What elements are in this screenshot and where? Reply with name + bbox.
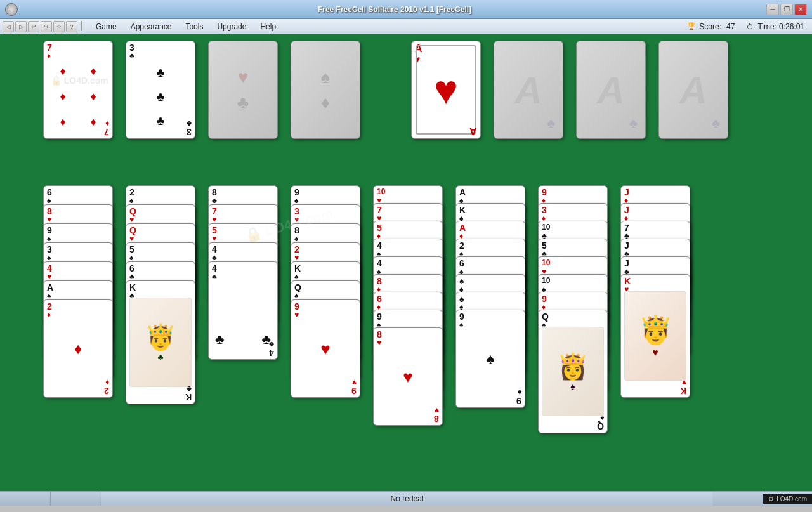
king-clubs: 🤴 ♣ — [129, 298, 192, 387]
toolbar-undo[interactable]: ↩ — [28, 21, 39, 32]
app-icon — [5, 3, 18, 16]
card-col1-5[interactable]: K ♣ 🤴 ♣ K ♣ — [126, 280, 195, 404]
window-controls: ─ ❐ ✕ — [766, 4, 807, 15]
freecell-1[interactable]: 3 ♣ ♣ ♣ ♣ 3 ♣ — [126, 41, 195, 139]
toolbar-forward[interactable]: ▷ — [15, 21, 27, 32]
menu-items: Game Appearance Tools Upgrade Help — [89, 21, 686, 32]
game-area[interactable]: 7 ♦ ♦ ♦ ♦ ♦ ♦ ♦ 7 ♦ 🔒 LO4D.com 3 ♣ ♣ ♣ ♣… — [0, 34, 812, 491]
restore-button[interactable]: ❐ — [780, 4, 793, 15]
menu-help[interactable]: Help — [254, 21, 282, 32]
lo4d-branding: ⚙ LO4D.com — [763, 494, 812, 504]
king-hearts: 🤴 ♥ — [624, 291, 686, 381]
score-icon: 🏆 — [686, 22, 697, 32]
status-text: No redeal — [102, 494, 712, 503]
foundation-3[interactable]: A ♣ — [658, 41, 728, 139]
time-icon: ⏱ — [745, 22, 755, 32]
queen-spades-2: 👸 ♠ — [542, 327, 604, 416]
menubar: ◁ ▷ ↩ ↪ ☆ ? Game Appearance Tools Upgrad… — [0, 19, 812, 34]
card-col0-6[interactable]: 2 ♦ ♦ 2 ♦ — [43, 299, 113, 398]
foundation-1[interactable]: A ♣ — [494, 41, 563, 139]
freecell-2[interactable]: ♥ ♣ — [208, 41, 278, 139]
status-left2 — [51, 492, 102, 506]
foundation-0[interactable]: A ♥ ♥ A — [411, 41, 481, 139]
card-col5-7[interactable]: 9 ♠ ♠ 9 ♠ — [455, 310, 525, 408]
card-suit: ♦ — [47, 52, 51, 60]
card-suit: ♣ — [129, 52, 134, 60]
menu-upgrade[interactable]: Upgrade — [211, 21, 252, 32]
window-title: Free FreeCell Solitaire 2010 v1.1 [FreeC… — [23, 5, 766, 14]
lo4d-text: LO4D.com — [776, 496, 807, 502]
statusbar: No redeal ⚙ LO4D.com — [0, 491, 812, 506]
toolbar-help[interactable]: ? — [66, 21, 77, 32]
time-value: 0:26:01 — [779, 22, 804, 31]
card-col6-7[interactable]: Q ♠ 👸 ♠ Q ♠ — [538, 310, 608, 433]
menu-appearance[interactable]: Appearance — [124, 21, 178, 32]
lo4d-icon: ⚙ — [768, 496, 774, 502]
card-value: 3 — [129, 43, 134, 52]
card-suit-bottom: ♣ — [187, 120, 192, 128]
card-col4-8[interactable]: 8 ♥ ♥ 8 ♥ — [373, 327, 443, 426]
card-col3-6[interactable]: 9 ♥ ♥ 9 ♥ — [291, 299, 360, 398]
score-value: -47 — [724, 22, 735, 31]
time-label: Time: — [757, 22, 776, 31]
card-col7-5[interactable]: K ♥ 🤴 ♥ K ♥ — [620, 274, 690, 398]
card-col2-4[interactable]: 4 ♣ ♣ ♣ 4 ♣ — [208, 261, 278, 360]
card-value-bottom: 3 — [187, 128, 192, 136]
freecell-3[interactable]: ♠ ♦ — [291, 41, 360, 139]
freecell-0[interactable]: 7 ♦ ♦ ♦ ♦ ♦ ♦ ♦ 7 ♦ 🔒 LO4D.com — [43, 41, 113, 139]
toolbar-redo[interactable]: ↪ — [41, 21, 52, 32]
status-right — [712, 492, 763, 506]
toolbar-back[interactable]: ◁ — [3, 21, 14, 32]
menu-game[interactable]: Game — [89, 21, 123, 32]
status-left — [0, 492, 51, 506]
foundation-2[interactable]: A ♣ — [576, 41, 646, 139]
titlebar: Free FreeCell Solitaire 2010 v1.1 [FreeC… — [0, 0, 812, 19]
minimize-button[interactable]: ─ — [766, 4, 779, 15]
card-value-bottom: 7 — [104, 128, 109, 136]
close-button[interactable]: ✕ — [794, 4, 807, 15]
card-suit-bottom: ♦ — [105, 120, 109, 128]
toolbar-favorite[interactable]: ☆ — [53, 21, 65, 32]
toolbar: ◁ ▷ ↩ ↪ ☆ ? — [3, 21, 84, 32]
card-value: 7 — [47, 43, 52, 52]
menu-tools[interactable]: Tools — [179, 21, 209, 32]
score-label: Score: — [699, 22, 721, 31]
score-time-display: 🏆 Score: -47 ⏱ Time: 0:26:01 — [686, 22, 804, 32]
